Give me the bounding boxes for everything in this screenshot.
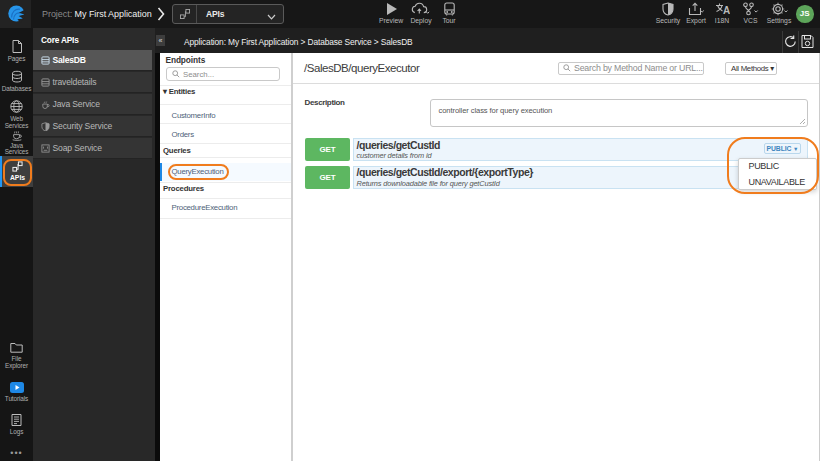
svg-text:A: A: [723, 5, 730, 16]
